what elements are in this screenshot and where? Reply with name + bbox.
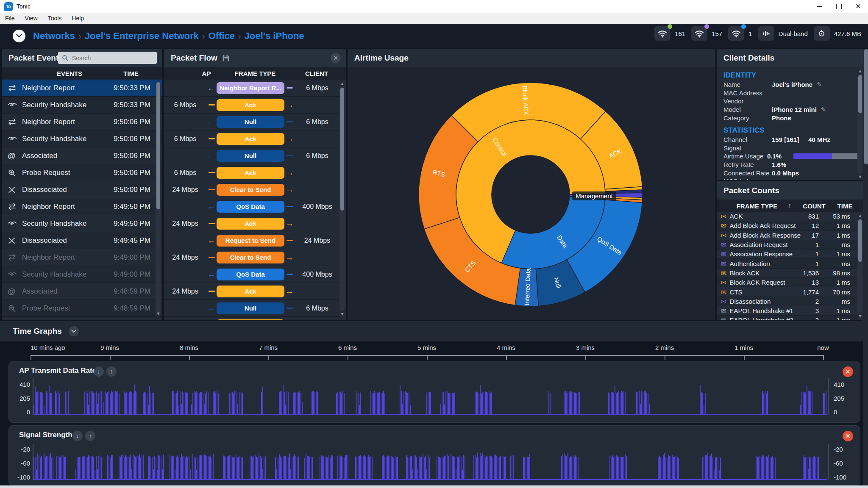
timeline-tick: [585, 355, 586, 360]
packet-flow-row[interactable]: 24 MbpsClear to Send→: [164, 181, 340, 198]
packet-event-row[interactable]: Disassociated9:50:00 PM: [2, 181, 162, 198]
breadcrumb-item-2[interactable]: Joel's Enterprise Network: [85, 30, 199, 41]
column-frame-type[interactable]: FRAME TYPE: [215, 67, 295, 80]
packet-flow-row[interactable]: ←Null6 Mbps: [164, 300, 340, 317]
packet-event-row[interactable]: @Associated9:50:06 PM: [2, 147, 162, 164]
scroll-up-arrow-icon[interactable]: ▲: [858, 214, 862, 218]
packet-flow-row[interactable]: 24 MbpsAck→: [164, 215, 340, 232]
packet-flow-scrollbar[interactable]: [339, 87, 345, 311]
packet-event-row[interactable]: Security Handshake9:50:33 PM: [2, 97, 162, 114]
scroll-down-arrow-icon[interactable]: ▼: [340, 312, 345, 316]
edit-pencil-icon[interactable]: ✎: [821, 106, 826, 114]
packet-event-row[interactable]: Neighbor Report9:50:06 PM: [2, 114, 162, 130]
packet-event-row[interactable]: Neighbor Report9:49:50 PM: [2, 198, 162, 215]
close-graph-button[interactable]: ✕: [843, 431, 853, 441]
scrollbar-thumb[interactable]: [858, 75, 862, 113]
scrollbar-thumb[interactable]: [864, 49, 868, 164]
detail-value: 1.6%: [772, 161, 786, 168]
packet-flow-row[interactable]: 6 MbpsAck→: [164, 97, 340, 114]
column-client[interactable]: CLIENT: [291, 67, 342, 80]
packet-count-row[interactable]: ✉Add Block Ack Request121 ms: [717, 221, 858, 230]
breadcrumb-item-4[interactable]: Joel's iPhone: [245, 30, 304, 41]
packet-flow-row[interactable]: 6 MbpsAck→: [164, 164, 340, 181]
close-button[interactable]: ×: [849, 0, 868, 13]
search-input[interactable]: [71, 54, 149, 62]
scroll-down-arrow-icon[interactable]: ▼: [858, 175, 862, 179]
scrollbar-thumb[interactable]: [340, 88, 344, 211]
column-count[interactable]: COUNT: [799, 200, 829, 212]
packet-flow-row[interactable]: ←Neighbor Report R...6 Mbps: [164, 80, 340, 97]
menu-view[interactable]: View: [20, 13, 43, 24]
breadcrumb-item-1[interactable]: Networks: [33, 30, 75, 41]
packet-event-row[interactable]: Disassociated9:48:53 PM: [2, 317, 162, 320]
packet-flow-row[interactable]: ←Null6 Mbps: [164, 114, 340, 130]
packet-flow-row[interactable]: 6 MbpsAck→: [164, 130, 340, 147]
status-badge-capture-5[interactable]: 427.6 MB: [814, 26, 861, 41]
packet-flow-row[interactable]: 24 MbpsClear to Send→: [164, 249, 340, 266]
packet-count-row[interactable]: ✉Association Response11 ms: [717, 250, 858, 259]
scrollbar-thumb[interactable]: [858, 219, 862, 262]
move-up-button[interactable]: ↑: [106, 366, 117, 377]
move-up-button[interactable]: ↑: [85, 431, 95, 441]
status-badge-bands-4[interactable]: Dual-band: [758, 26, 808, 41]
packet-event-row[interactable]: Security Handshake9:50:06 PM: [2, 130, 162, 147]
breadcrumb-item-3[interactable]: Office: [209, 30, 235, 41]
scrollbar-thumb[interactable]: [156, 82, 160, 209]
packet-count-row[interactable]: ✉Block ACK1,53698 ms: [717, 269, 858, 278]
packet-event-row[interactable]: Disassociated9:49:45 PM: [2, 232, 162, 249]
packet-flow-row[interactable]: 6 MbpsAck→: [164, 317, 340, 320]
move-down-button[interactable]: ↓: [94, 366, 104, 377]
packet-event-row[interactable]: Neighbor Report9:50:33 PM: [2, 80, 162, 97]
status-badge-wifi-1[interactable]: 161: [654, 26, 685, 41]
scroll-down-arrow-icon[interactable]: ▼: [858, 314, 862, 318]
scroll-up-arrow-icon[interactable]: ▲: [858, 69, 862, 73]
status-badge-wifi-2[interactable]: 157: [691, 26, 722, 41]
edit-pencil-icon[interactable]: ✎: [817, 81, 822, 89]
packet-count-row[interactable]: ✉ACK83153 ms: [717, 212, 858, 221]
packet-event-row[interactable]: Neighbor Report9:49:00 PM: [2, 249, 162, 266]
menu-file[interactable]: File: [0, 13, 20, 24]
minimize-button[interactable]: [810, 0, 829, 13]
search-box[interactable]: [58, 52, 157, 64]
move-down-button[interactable]: ↓: [72, 431, 83, 441]
status-badge-wifi-3[interactable]: 1: [728, 26, 752, 41]
packet-event-row[interactable]: Probe Request9:50:06 PM: [2, 164, 162, 181]
packet-count-row[interactable]: ✉EAPOL Handshake #231 ms: [717, 316, 858, 320]
save-icon[interactable]: [222, 54, 230, 62]
time-graphs-collapse-button[interactable]: [69, 326, 79, 336]
packet-event-row[interactable]: Security Handshake9:49:50 PM: [2, 215, 162, 232]
packet-count-row[interactable]: ✉Add Block Ack Response171 ms: [717, 231, 858, 240]
packet-events-scrollbar[interactable]: [156, 81, 161, 317]
packet-flow-row[interactable]: ←Request to Send24 Mbps: [164, 232, 340, 249]
packet-count-row[interactable]: ✉Authentication1ms: [717, 259, 858, 268]
packet-flow-close-button[interactable]: ✕: [331, 53, 341, 63]
sort-ascending-icon[interactable]: ↑: [785, 200, 794, 212]
window-scrollbar[interactable]: [863, 49, 868, 485]
column-events[interactable]: EVENTS: [27, 67, 112, 80]
packet-count-row[interactable]: ✉Block ACK Request131 ms: [717, 278, 858, 287]
column-time[interactable]: TIME: [110, 67, 152, 80]
packet-count-row[interactable]: ✉CTS1,77470 ms: [717, 287, 858, 297]
packet-flow-row[interactable]: ←QoS Data400 Mbps: [164, 266, 340, 283]
maximize-button[interactable]: [829, 0, 849, 13]
column-frame-type[interactable]: FRAME TYPE: [734, 200, 780, 212]
packet-event-row[interactable]: Probe Request9:48:59 PM: [2, 300, 162, 317]
packet-event-row[interactable]: @Associated9:48:59 PM: [2, 283, 162, 300]
packet-flow-row[interactable]: 24 MbpsAck→: [164, 283, 340, 300]
arrow-right-icon: →: [284, 252, 295, 262]
packet-count-row[interactable]: ✉Association Request1ms: [717, 240, 858, 250]
packet-flow-row[interactable]: ←Null6 Mbps: [164, 147, 340, 164]
close-graph-button[interactable]: ✕: [843, 366, 853, 377]
packet-count-row[interactable]: ✉EAPOL Handshake #131 ms: [717, 306, 858, 316]
breadcrumb-collapse-button[interactable]: [13, 30, 25, 42]
packet-counts-scrollbar[interactable]: [857, 219, 862, 313]
menu-tools[interactable]: Tools: [43, 13, 67, 24]
packet-flow-row[interactable]: ←QoS Data400 Mbps: [164, 198, 340, 215]
menu-help[interactable]: Help: [67, 13, 89, 24]
column-time[interactable]: TIME: [833, 200, 857, 212]
scroll-down-arrow-icon[interactable]: ▼: [156, 311, 161, 316]
client-details-scrollbar[interactable]: [857, 74, 862, 174]
packet-event-row[interactable]: Security Handshake9:49:00 PM: [2, 266, 162, 283]
scroll-up-arrow-icon[interactable]: ▲: [340, 81, 345, 86]
packet-count-row[interactable]: ✉Disassociation2ms: [717, 297, 858, 306]
